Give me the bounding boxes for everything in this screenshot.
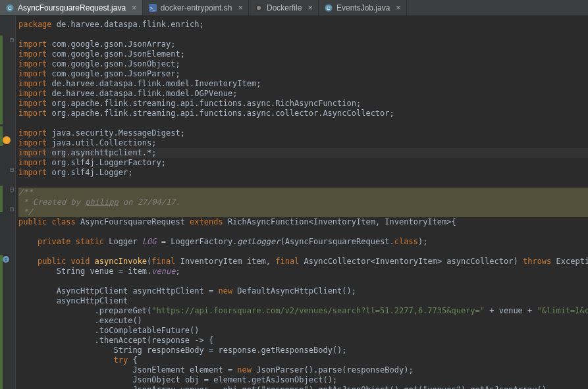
override-icon[interactable]: o (3, 256, 9, 263)
tab-label: docker-entrypoint.sh (161, 3, 232, 13)
editor-tabs: C AsyncFoursquareRequest.java × >_ docke… (0, 0, 588, 16)
diff-added-marker (0, 36, 3, 124)
doc-comment: /** * Created by philipp on 27/04/17. */ (18, 188, 588, 217)
svg-text:C: C (327, 5, 331, 11)
tab-label: Dockerfile (267, 3, 302, 13)
diff-added-marker (0, 255, 3, 389)
tab-dockerfile[interactable]: Dockerfile × (249, 0, 319, 15)
close-icon[interactable]: × (305, 3, 313, 13)
fold-icon[interactable]: ⊟ (10, 167, 15, 172)
tab-label: AsyncFoursquareRequest.java (18, 3, 126, 13)
svg-point-5 (257, 6, 261, 10)
diff-added-marker (0, 186, 3, 212)
close-icon[interactable]: × (129, 3, 137, 13)
java-class-icon: C (324, 3, 333, 13)
tab-label: EventsJob.java (336, 3, 390, 13)
diff-added-marker (0, 126, 3, 146)
fold-icon[interactable]: ⊟ (10, 207, 15, 212)
close-icon[interactable]: × (393, 3, 401, 13)
gutter[interactable]: ⊟ ⊟ ⊟ ⊟ o (0, 16, 16, 389)
fold-icon[interactable]: ⊟ (10, 187, 15, 192)
close-icon[interactable]: × (235, 3, 243, 13)
code-area[interactable]: package de.harvee.dataspa.flink.enrich; … (16, 16, 588, 389)
docker-icon (254, 3, 263, 13)
tab-docker-entrypoint[interactable]: >_ docker-entrypoint.sh × (143, 0, 249, 15)
tab-async-foursquare[interactable]: C AsyncFoursquareRequest.java × (0, 0, 143, 15)
java-class-icon: C (5, 3, 14, 13)
code-editor[interactable]: ⊟ ⊟ ⊟ ⊟ o package de.harvee.dataspa.flin… (0, 16, 588, 389)
shell-icon: >_ (148, 3, 157, 13)
svg-text:C: C (8, 5, 12, 11)
fold-icon[interactable]: ⊟ (10, 38, 15, 43)
tab-events-job[interactable]: C EventsJob.java × (319, 0, 407, 15)
svg-text:>_: >_ (150, 6, 155, 11)
bulb-icon[interactable] (3, 136, 9, 143)
